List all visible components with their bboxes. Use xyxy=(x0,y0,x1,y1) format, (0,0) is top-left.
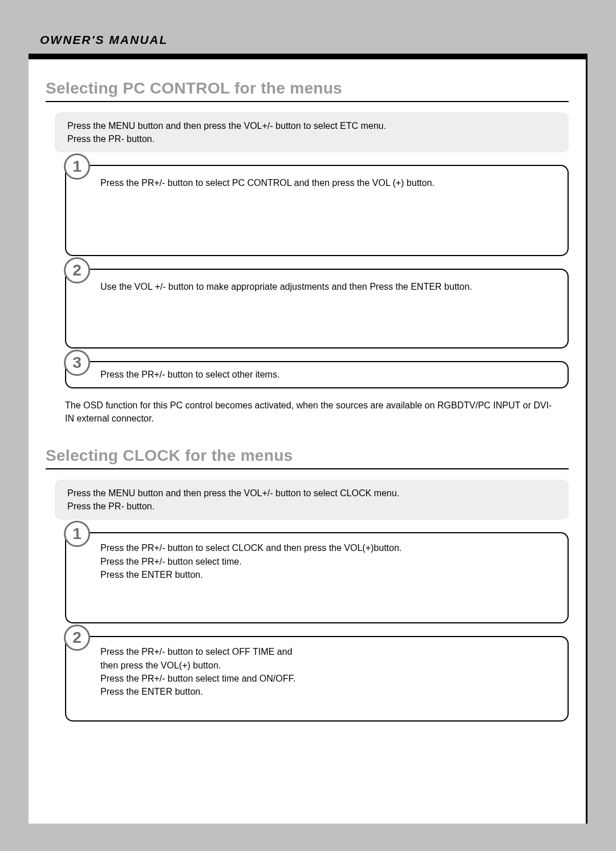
step-1-clock-wrap: 1 Press the PR+/- button to select CLOCK… xyxy=(55,532,569,623)
step-box: 1 Press the PR+/- button to select CLOCK… xyxy=(65,532,569,623)
step-number-badge: 2 xyxy=(64,257,90,283)
step-number-badge: 3 xyxy=(64,350,90,376)
section-note-pc-control: The OSD function for this PC control bec… xyxy=(65,399,569,425)
section-title-pc-control: Selecting PC CONTROL for the menus xyxy=(46,79,569,102)
step-box: 3 Press the PR+/- button to select other… xyxy=(65,361,569,388)
step-line: Press the PR+/- button select time and O… xyxy=(100,672,554,685)
step-2-wrap: 2 Use the VOL +/- button to make appropr… xyxy=(55,269,569,348)
intro-line: Press the PR- button. xyxy=(67,132,556,145)
step-line: Press the ENTER button. xyxy=(100,568,554,581)
step-text: Press the PR+/- button to select PC CONT… xyxy=(100,176,554,189)
document-outer: OWNER'S MANUAL Selecting PC CONTROL for … xyxy=(0,0,616,824)
intro-box-pc-control: Press the MENU button and then press the… xyxy=(55,112,569,152)
step-text: Use the VOL +/- button to make appropria… xyxy=(100,280,554,293)
step-line: Press the PR+/- button select time. xyxy=(100,555,554,568)
step-text: Press the PR+/- button to select other i… xyxy=(100,368,554,381)
step-3-wrap: 3 Press the PR+/- button to select other… xyxy=(55,361,569,388)
page-body: Selecting PC CONTROL for the menus Press… xyxy=(29,59,587,824)
step-1-wrap: 1 Press the PR+/- button to select PC CO… xyxy=(55,165,569,256)
step-box: 2 Press the PR+/- button to select OFF T… xyxy=(65,636,569,722)
step-line: Press the PR+/- button to select OFF TIM… xyxy=(100,645,554,658)
header-divider xyxy=(29,54,587,59)
step-line: Press the PR+/- button to select CLOCK a… xyxy=(100,541,554,554)
intro-line: Press the MENU button and then press the… xyxy=(67,119,556,132)
manual-label: OWNER'S MANUAL xyxy=(40,33,587,47)
step-number-badge: 1 xyxy=(64,153,90,180)
step-line: then press the VOL(+) button. xyxy=(100,659,554,672)
step-number-badge: 1 xyxy=(64,521,90,547)
step-box: 1 Press the PR+/- button to select PC CO… xyxy=(65,165,569,256)
step-box: 2 Use the VOL +/- button to make appropr… xyxy=(65,269,569,348)
step-line: Press the ENTER button. xyxy=(100,685,554,698)
step-number-badge: 2 xyxy=(64,625,90,651)
step-2-clock-wrap: 2 Press the PR+/- button to select OFF T… xyxy=(55,636,569,722)
section-title-clock: Selecting CLOCK for the menus xyxy=(46,447,569,469)
header-bar: OWNER'S MANUAL xyxy=(29,23,587,54)
intro-line: Press the MENU button and then press the… xyxy=(67,487,556,500)
section-gap xyxy=(46,425,569,447)
intro-box-clock: Press the MENU button and then press the… xyxy=(55,480,569,520)
intro-line: Press the PR- button. xyxy=(67,500,556,513)
